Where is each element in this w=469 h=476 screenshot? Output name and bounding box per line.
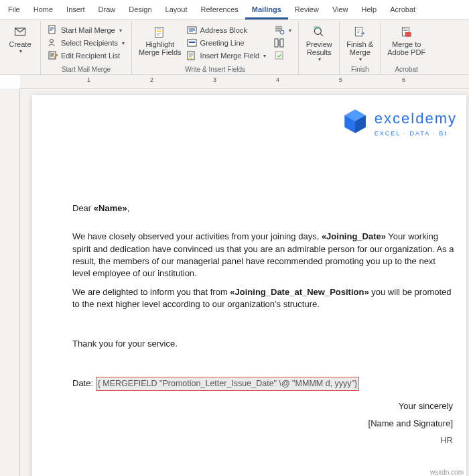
horizontal-ruler[interactable]: 1 2 3 4 5 6	[20, 75, 469, 88]
body-paragraph-1: We have closely observed your activities…	[72, 231, 454, 280]
edit-list-icon	[48, 50, 58, 61]
thanks-line: Thank you for your service.	[72, 338, 454, 350]
insert-field-icon	[187, 50, 198, 61]
greeting-icon	[187, 38, 198, 48]
rules-icon	[274, 25, 285, 36]
tab-layout[interactable]: Layout	[159, 3, 194, 19]
match-fields-icon	[274, 38, 285, 48]
svg-rect-9	[189, 58, 192, 59]
svg-text:ABC: ABC	[314, 25, 321, 29]
select-recipients-label: Select Recipients	[61, 39, 118, 47]
group-acrobat: Merge toAdobe PDF Acrobat	[381, 21, 432, 74]
ribbon: Create ▾ Start Mail Merge ▾	[0, 20, 469, 75]
merge-field-code[interactable]: { MERGEFIELD "Promotion_Letter_Issue_Dat…	[96, 377, 360, 392]
address-block-button[interactable]: Address Block	[184, 24, 269, 36]
comma: ,	[127, 203, 130, 213]
closing-line: Your sincerely	[72, 400, 454, 412]
tab-home[interactable]: Home	[27, 3, 60, 19]
update-labels-icon	[274, 50, 285, 61]
chevron-down-icon: ▾	[119, 27, 122, 34]
finish-merge-button[interactable]: Finish &Merge ▾	[344, 23, 376, 65]
insert-merge-field-button[interactable]: Insert Merge Field ▾	[184, 50, 269, 62]
tab-draw[interactable]: Draw	[92, 3, 123, 19]
tab-references[interactable]: References	[194, 3, 245, 19]
tab-design[interactable]: Design	[122, 3, 158, 19]
svg-rect-1	[49, 25, 55, 34]
finish-merge-label: Finish &Merge	[346, 40, 373, 56]
watermark: wsxdn.com	[430, 469, 464, 476]
greeting-line-label: Greeting Line	[200, 39, 245, 47]
select-recipients-button[interactable]: Select Recipients ▾	[45, 37, 127, 49]
ruler-mark: 5	[339, 76, 342, 83]
ruler-mark: 6	[402, 76, 405, 83]
preview-results-button[interactable]: ABC PreviewResults ▾	[303, 23, 335, 65]
ruler-mark: 3	[213, 76, 216, 83]
group-finish-label: Finish	[344, 65, 376, 74]
merge-field-joining-date: «Joining_Date»	[322, 231, 386, 241]
group-start-mail-merge: Start Mail Merge ▾ Select Recipients ▾ E…	[41, 21, 132, 74]
finish-merge-icon	[353, 25, 366, 39]
page[interactable]: exceldemy EXCEL · DATA · BI Dear «Name»,…	[32, 95, 466, 476]
tab-file[interactable]: File	[1, 3, 27, 19]
merge-field-name: «Name»	[94, 203, 127, 213]
chevron-down-icon: ▾	[359, 56, 362, 62]
merge-field-new-position: «Joining_Date_at_New_Position»	[230, 287, 368, 297]
dear-text: Dear	[72, 203, 94, 213]
body-paragraph-2: We are delighted to inform you that from…	[72, 286, 454, 310]
rules-button[interactable]: ▾	[271, 24, 294, 36]
document-area[interactable]: exceldemy EXCEL · DATA · BI Dear «Name»,…	[0, 88, 469, 476]
chevron-down-icon: ▾	[289, 27, 291, 34]
address-block-icon	[187, 25, 198, 36]
recipients-icon	[48, 38, 58, 48]
update-labels-button[interactable]	[271, 50, 294, 62]
match-fields-button[interactable]	[271, 37, 294, 49]
ruler-mark: 1	[87, 76, 90, 83]
date-line: Date: { MERGEFIELD "Promotion_Letter_Iss…	[72, 377, 454, 392]
logo-text-wrap: exceldemy EXCEL · DATA · BI	[375, 109, 457, 137]
chevron-down-icon: ▾	[263, 53, 266, 59]
svg-rect-13	[275, 52, 283, 59]
preview-label: PreviewResults	[306, 40, 332, 56]
chevron-down-icon: ▾	[318, 56, 321, 62]
tab-insert[interactable]: Insert	[60, 3, 92, 19]
group-write-insert: HighlightMerge Fields Address Block Gree…	[132, 21, 299, 74]
group-preview-label	[303, 65, 335, 74]
create-button[interactable]: Create ▾	[4, 23, 36, 57]
svg-rect-5	[157, 31, 161, 33]
start-mail-merge-button[interactable]: Start Mail Merge ▾	[45, 24, 127, 36]
tab-review[interactable]: Review	[288, 3, 326, 19]
edit-recipient-list-label: Edit Recipient List	[61, 52, 120, 60]
start-mail-merge-label: Start Mail Merge	[61, 26, 115, 34]
group-finish: Finish &Merge ▾ Finish	[340, 21, 381, 74]
tab-view[interactable]: View	[326, 3, 355, 19]
tab-mailings[interactable]: Mailings	[245, 3, 288, 19]
svg-point-2	[50, 40, 54, 43]
greeting-line: Dear «Name»,	[72, 202, 454, 215]
tab-help[interactable]: Help	[355, 3, 384, 19]
highlight-merge-fields-button[interactable]: HighlightMerge Fields	[136, 23, 184, 59]
logo-text: exceldemy	[375, 109, 457, 129]
signature-line: [Name and Signature]	[72, 418, 454, 430]
group-create: Create ▾	[0, 21, 41, 74]
svg-rect-16	[356, 27, 362, 36]
edit-recipient-list-button[interactable]: Edit Recipient List	[45, 50, 127, 62]
document-start-icon	[48, 25, 58, 36]
group-acrobat-label: Acrobat	[385, 65, 428, 74]
logo: exceldemy EXCEL · DATA · BI	[341, 107, 457, 139]
svg-rect-18	[405, 32, 411, 37]
ruler-mark: 4	[276, 76, 279, 83]
svg-rect-12	[280, 39, 283, 47]
envelope-icon	[13, 25, 27, 39]
vertical-ruler[interactable]	[0, 88, 20, 476]
preview-icon: ABC	[312, 25, 326, 39]
p2-a: We are delighted to inform you that from	[72, 287, 230, 297]
tab-acrobat[interactable]: Acrobat	[383, 3, 422, 19]
logo-subtext: EXCEL · DATA · BI	[375, 129, 457, 138]
hr-line: HR	[72, 434, 454, 447]
highlight-icon	[153, 25, 167, 39]
merge-to-pdf-button[interactable]: Merge toAdobe PDF	[385, 23, 428, 59]
insert-merge-field-label: Insert Merge Field	[200, 52, 260, 60]
svg-rect-11	[275, 39, 278, 47]
greeting-line-button[interactable]: Greeting Line	[184, 37, 269, 49]
logo-icon	[341, 107, 369, 139]
